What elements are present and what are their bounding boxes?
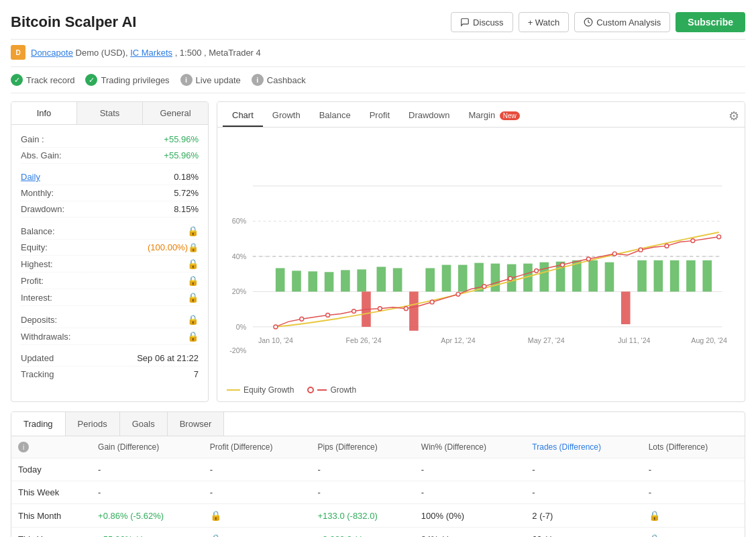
th-trades: Trades (Difference) <box>525 436 641 458</box>
subscribe-button[interactable]: Subscribe <box>676 12 745 32</box>
svg-point-54 <box>639 248 643 252</box>
legend-growth: Growth <box>307 385 356 395</box>
header: Bitcoin Scalper AI Discuss + Watch Custo… <box>11 8 745 40</box>
status-cashback: i Cashback <box>252 74 306 86</box>
svg-point-57 <box>717 235 721 239</box>
svg-point-41 <box>300 317 304 321</box>
status-live-update: i Live update <box>180 74 241 86</box>
legend-yellow-line-icon <box>227 389 240 391</box>
svg-rect-15 <box>341 270 350 291</box>
info-content: Gain : +55.96% Abs. Gain: +55.96% Daily … <box>11 125 208 389</box>
svg-rect-22 <box>442 265 451 292</box>
lock-icon-highest: 🔒 <box>187 258 199 269</box>
lock-icon-lots-month: 🔒 <box>649 510 660 521</box>
svg-point-47 <box>456 292 460 296</box>
row-interest: Interest: 🔒 <box>21 289 199 306</box>
chart-settings-icon[interactable]: ⚙ <box>728 109 739 124</box>
lock-icon-lots-year: 🔒 <box>649 534 660 537</box>
row-gain: Gain : +55.96% <box>21 132 199 148</box>
period-this-week: This Week <box>11 481 91 504</box>
svg-point-44 <box>378 307 382 311</box>
page-title: Bitcoin Scalper AI <box>11 13 136 31</box>
row-withdrawals: Withdrawals: 🔒 <box>21 328 199 345</box>
chart-tab-margin[interactable]: Margin New <box>459 105 529 127</box>
chart-tab-growth[interactable]: Growth <box>263 105 310 127</box>
svg-rect-21 <box>425 268 435 291</box>
custom-analysis-button[interactable]: Custom Analysis <box>574 12 670 32</box>
svg-point-51 <box>561 263 565 267</box>
row-tracking: Tracking 7 <box>21 367 199 382</box>
user-link[interactable]: Doncapote <box>31 48 73 58</box>
lock-icon-profit: 🔒 <box>187 275 199 286</box>
lock-icon-profit-month: 🔒 <box>210 510 221 521</box>
tab-info[interactable]: Info <box>11 102 77 124</box>
tab-trading[interactable]: Trading <box>11 412 66 436</box>
svg-point-49 <box>508 277 512 281</box>
tab-goals[interactable]: Goals <box>120 412 168 436</box>
svg-text:Feb 26, '24: Feb 26, '24 <box>346 336 382 344</box>
info-icon: i <box>180 74 193 86</box>
watch-button[interactable]: + Watch <box>519 12 570 32</box>
svg-point-43 <box>352 309 356 313</box>
svg-rect-13 <box>308 271 317 291</box>
discuss-icon <box>460 17 470 27</box>
row-balance: Balance: 🔒 <box>21 223 199 240</box>
svg-text:Apr 12, '24: Apr 12, '24 <box>441 336 475 344</box>
svg-text:-20%: -20% <box>229 346 246 354</box>
row-updated: Updated Sep 06 at 21:22 <box>21 350 199 367</box>
svg-point-40 <box>274 325 278 329</box>
table-row: Today - - - - - - <box>11 458 745 481</box>
chart-svg: 0% 20% 40% 60% -20% <box>227 134 735 376</box>
th-gain: Gain (Difference) <box>91 436 203 458</box>
svg-rect-31 <box>588 260 598 292</box>
chart-tab-balance[interactable]: Balance <box>310 105 360 127</box>
tab-browser[interactable]: Browser <box>168 412 225 436</box>
row-monthly: Monthly: 5.72% <box>21 185 199 201</box>
bottom-tabs: Trading Periods Goals Browser <box>11 412 745 436</box>
checkmark-icon-2: ✓ <box>85 74 97 86</box>
svg-rect-14 <box>325 272 334 291</box>
chart-tab-drawdown[interactable]: Drawdown <box>399 105 459 127</box>
svg-text:May 27, '24: May 27, '24 <box>528 336 565 344</box>
chart-tab-chart[interactable]: Chart <box>223 105 263 127</box>
svg-text:0%: 0% <box>236 323 247 331</box>
table-header-row: i Gain (Difference) Profit (Difference) … <box>11 436 745 458</box>
status-track-record: ✓ Track record <box>11 74 74 86</box>
info-circle-icon: i <box>18 442 29 452</box>
table-row: This Month +0.86% (-5.62%) 🔒 +133.0 (-83… <box>11 504 745 528</box>
lock-icon-withdrawals: 🔒 <box>187 331 199 342</box>
row-drawdown: Drawdown: 8.15% <box>21 201 199 217</box>
broker-link[interactable]: IC Markets <box>130 48 172 58</box>
th-pips: Pips (Difference) <box>311 436 414 458</box>
svg-rect-12 <box>292 271 301 291</box>
tab-general[interactable]: General <box>143 102 208 124</box>
period-this-month: This Month <box>11 504 91 528</box>
period-today: Today <box>11 458 91 481</box>
avatar: D <box>11 45 25 60</box>
svg-text:Aug 20, '24: Aug 20, '24 <box>691 336 727 344</box>
discuss-button[interactable]: Discuss <box>451 12 513 32</box>
daily-link[interactable]: Daily <box>21 172 40 182</box>
lock-icon-deposits: 🔒 <box>187 314 199 325</box>
svg-rect-18 <box>377 266 386 291</box>
checkmark-icon: ✓ <box>11 74 23 86</box>
header-actions: Discuss + Watch Custom Analysis Subscrib… <box>451 12 745 32</box>
svg-text:60%: 60% <box>232 217 247 225</box>
tab-periods[interactable]: Periods <box>66 412 120 436</box>
tab-stats[interactable]: Stats <box>77 102 143 124</box>
info-icon-2: i <box>252 74 264 86</box>
svg-point-42 <box>326 313 330 317</box>
chart-tabs: Chart Growth Balance Profit Drawdown Mar… <box>217 102 745 128</box>
row-profit: Profit: 🔒 <box>21 273 199 289</box>
svg-text:20%: 20% <box>232 287 247 295</box>
svg-point-45 <box>404 307 408 311</box>
svg-rect-34 <box>637 260 647 292</box>
chart-tab-profit[interactable]: Profit <box>360 105 399 127</box>
new-badge: New <box>500 111 520 120</box>
svg-rect-35 <box>654 260 663 292</box>
legend-red-line-icon <box>317 389 327 391</box>
bottom-panel: Trading Periods Goals Browser i Gain (Di… <box>11 411 745 537</box>
th-info: i <box>11 436 91 458</box>
status-bar: ✓ Track record ✓ Trading privileges i Li… <box>11 67 745 93</box>
chart-legend: Equity Growth Growth <box>217 383 745 401</box>
